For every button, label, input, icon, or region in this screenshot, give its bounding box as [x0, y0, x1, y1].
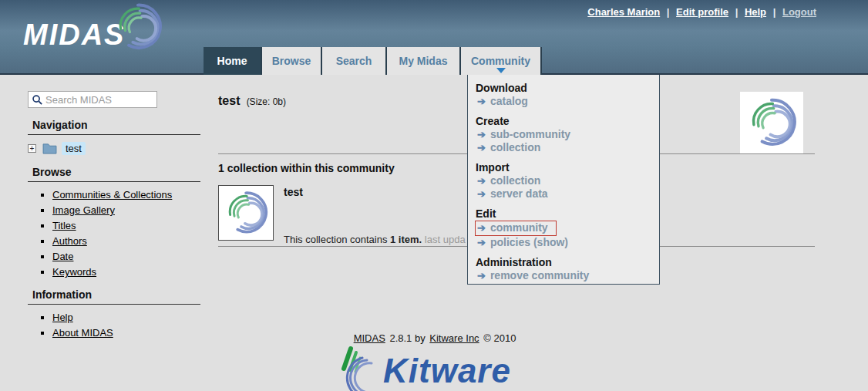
sidebar-tree-item-test[interactable]: + test: [28, 142, 200, 155]
menu-item-create-sub-community[interactable]: ➔ sub-community: [476, 128, 659, 141]
list-item: Date: [52, 251, 200, 262]
menu-section-header: Create: [476, 114, 659, 128]
arrow-right-icon: ➔: [477, 141, 486, 154]
search-box: [28, 91, 157, 108]
list-item: Authors: [52, 235, 200, 247]
browse-links-list: Communities & Collections Image Gallery …: [28, 189, 200, 278]
arrow-right-icon: ➔: [477, 269, 486, 282]
list-item: Titles: [52, 220, 200, 231]
folder-icon: [42, 143, 57, 154]
kitware-wordmark: Kitware: [383, 352, 511, 390]
browse-date-link[interactable]: Date: [52, 251, 73, 262]
arrow-right-icon: ➔: [477, 174, 486, 187]
menu-item-import-collection[interactable]: ➔ collection: [476, 174, 659, 187]
footer-kitware-link[interactable]: Kitware Inc: [429, 332, 479, 344]
sidebar-section-navigation-title: Navigation: [28, 119, 200, 135]
menu-item-label: community: [490, 221, 548, 234]
browse-keywords-link[interactable]: Keywords: [52, 266, 96, 278]
menu-section-header: Download: [476, 81, 659, 95]
tab-my-midas[interactable]: My Midas: [387, 47, 461, 75]
midas-swirl-icon: [223, 190, 269, 236]
menu-item-label: catalog: [490, 95, 528, 108]
info-help-link[interactable]: Help: [52, 312, 73, 323]
menu-item-label: sub-community: [490, 128, 570, 141]
app-header: MIDAS Charles Marion | Edit profile | He…: [0, 0, 868, 75]
arrow-right-icon: ➔: [477, 236, 486, 249]
footer-version-text: 2.8.1 by: [389, 332, 425, 344]
list-item: Help: [52, 312, 200, 323]
midas-page: MIDAS Charles Marion | Edit profile | He…: [0, 0, 868, 391]
chevron-down-icon: [496, 68, 506, 73]
menu-item-label: remove community: [490, 269, 589, 282]
arrow-right-icon: ➔: [477, 221, 486, 234]
menu-section-administration: Administration ➔ remove community: [476, 255, 659, 282]
link-separator: |: [735, 6, 738, 18]
menu-item-label: collection: [490, 174, 540, 187]
footer-credit-line: MIDAS 2.8.1 by Kitware Inc © 2010: [0, 332, 868, 344]
tab-browse[interactable]: Browse: [262, 47, 322, 75]
menu-section-header: Import: [476, 160, 659, 174]
list-item: Communities & Collections: [52, 189, 200, 201]
menu-item-create-collection[interactable]: ➔ collection: [476, 141, 659, 154]
user-links: Charles Marion | Edit profile | Help | L…: [585, 6, 819, 18]
list-item: Image Gallery: [52, 204, 200, 216]
tree-expand-toggle[interactable]: +: [28, 144, 36, 153]
menu-item-remove-community[interactable]: ➔ remove community: [476, 269, 659, 282]
tab-community-label: Community: [471, 55, 530, 67]
arrow-right-icon: ➔: [477, 187, 486, 201]
kitware-swirl-icon: [334, 345, 382, 391]
browse-authors-link[interactable]: Authors: [52, 235, 87, 247]
contains-count: 1 item.: [390, 234, 422, 245]
footer-midas-link[interactable]: MIDAS: [354, 332, 385, 344]
sidebar-section-browse-title: Browse: [28, 166, 200, 182]
main-nav-tabs: Home Browse Search My Midas Community: [204, 47, 542, 75]
search-icon: [32, 94, 43, 106]
edit-profile-link[interactable]: Edit profile: [676, 6, 728, 18]
tab-community[interactable]: Community: [461, 47, 542, 75]
help-link[interactable]: Help: [745, 6, 766, 18]
midas-swirl-icon: [113, 2, 163, 52]
list-item: Keywords: [52, 266, 200, 278]
sidebar-section-information-title: Information: [28, 288, 200, 305]
link-separator: |: [667, 6, 670, 18]
last-updated-fragment: last upda: [425, 234, 466, 245]
browse-communities-link[interactable]: Communities & Collections: [52, 189, 172, 201]
arrow-right-icon: ➔: [477, 128, 486, 141]
link-separator: |: [773, 6, 776, 18]
menu-section-header: Administration: [476, 255, 659, 269]
menu-item-download-catalog[interactable]: ➔ catalog: [476, 95, 659, 108]
menu-item-import-server-data[interactable]: ➔ server data: [476, 187, 659, 201]
sidebar: Navigation + test Browse Communities & C…: [28, 91, 200, 342]
menu-section-download: Download ➔ catalog: [476, 81, 659, 108]
community-dropdown-menu: Download ➔ catalog Create ➔ sub-communit…: [467, 75, 660, 285]
user-profile-link[interactable]: Charles Marion: [587, 6, 660, 18]
community-title: test: [218, 94, 240, 107]
collection-thumbnail[interactable]: [218, 185, 274, 241]
arrow-right-icon: ➔: [477, 95, 486, 108]
menu-section-header: Edit: [476, 207, 659, 221]
collection-name[interactable]: test: [284, 186, 303, 198]
contains-prefix: This collection contains: [284, 234, 387, 245]
menu-item-label: server data: [490, 187, 548, 201]
menu-section-create: Create ➔ sub-community ➔ collection: [476, 114, 659, 154]
menu-section-import: Import ➔ collection ➔ server data: [476, 160, 659, 201]
browse-image-gallery-link[interactable]: Image Gallery: [52, 204, 115, 216]
menu-item-edit-policies[interactable]: ➔ policies (show): [476, 236, 659, 249]
menu-item-label: policies (show): [490, 236, 568, 249]
tab-search[interactable]: Search: [322, 47, 387, 75]
midas-swirl-icon: [745, 96, 798, 149]
logout-link[interactable]: Logout: [782, 6, 816, 18]
footer-copyright: © 2010: [483, 332, 516, 344]
collections-count-header: 1 collection within this community: [218, 162, 395, 174]
community-logo-image: [740, 92, 803, 153]
menu-item-edit-community[interactable]: ➔ community: [475, 221, 557, 236]
midas-logo[interactable]: MIDAS: [23, 19, 125, 52]
kitware-logo[interactable]: Kitware: [334, 345, 511, 391]
browse-titles-link[interactable]: Titles: [52, 220, 76, 231]
tab-home[interactable]: Home: [204, 47, 262, 75]
collection-contains-line: This collection contains 1 item. last up…: [284, 234, 466, 245]
search-input[interactable]: [45, 94, 153, 106]
menu-section-edit: Edit ➔ community ➔ policies (show): [476, 207, 659, 249]
tree-item-label: test: [62, 142, 86, 155]
page-title: test (Size: 0b): [218, 94, 286, 108]
